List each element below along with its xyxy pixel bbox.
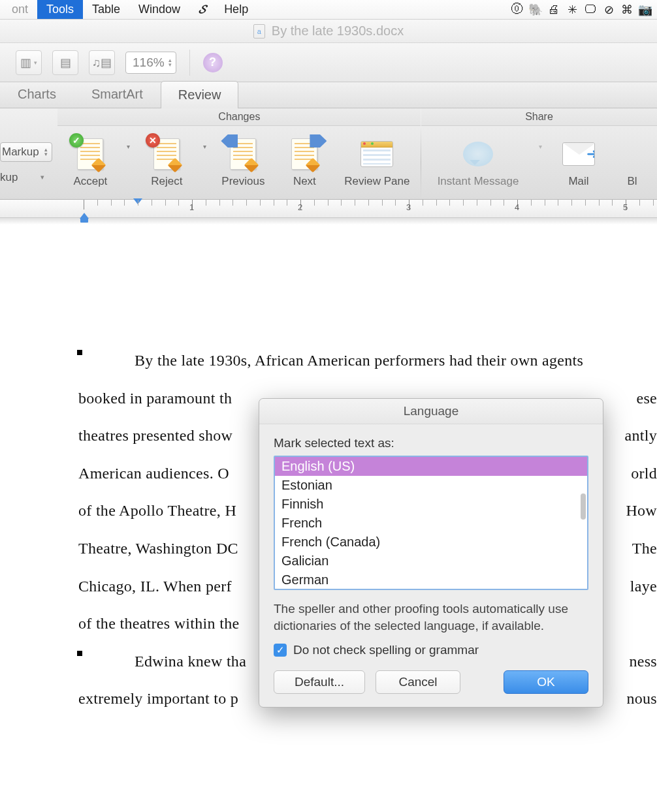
language-option-estonian[interactable]: Estonian bbox=[275, 476, 587, 495]
mark-text-label: Mark selected text as: bbox=[274, 436, 588, 450]
language-dialog: Language Mark selected text as: English … bbox=[259, 398, 603, 708]
keyboard-icon[interactable]: ⌘ bbox=[618, 3, 636, 17]
accept-dropdown-icon[interactable]: ▾ bbox=[127, 143, 130, 150]
toolbox-button[interactable]: ▤ bbox=[52, 50, 78, 75]
envelope-icon: ➜ bbox=[562, 142, 595, 166]
bullet-icon bbox=[77, 350, 82, 355]
accept-label: Accept bbox=[73, 175, 107, 188]
ok-button[interactable]: OK bbox=[504, 670, 588, 694]
review-pane-label: Review Pane bbox=[344, 175, 409, 188]
mac-menubar: ont Tools Table Window 𝓢 Help 🄋 🐘 🖨 ✳ 🖵 … bbox=[0, 0, 657, 20]
tab-charts[interactable]: Charts bbox=[0, 80, 74, 108]
language-listbox[interactable]: English (US) Estonian Finnish French Fre… bbox=[274, 456, 588, 590]
language-option-english-us[interactable]: English (US) bbox=[275, 457, 587, 476]
review-pane-button[interactable]: Review Pane bbox=[341, 137, 413, 188]
reject-label: Reject bbox=[151, 175, 182, 188]
mail-label: Mail bbox=[568, 175, 588, 188]
tracking-controls: Markup ▴▾ kup ▾ bbox=[0, 108, 57, 199]
markup-options-label: kup bbox=[0, 171, 18, 184]
previous-label: Previous bbox=[221, 175, 264, 188]
mail-button[interactable]: ➜ Mail bbox=[554, 137, 603, 188]
left-indent-marker[interactable] bbox=[80, 218, 88, 223]
no-proofing-label: Do not check spelling or grammar bbox=[293, 643, 479, 657]
default-button[interactable]: Default... bbox=[274, 670, 365, 694]
arrow-right-icon bbox=[310, 134, 327, 148]
markup-display-select[interactable]: Markup ▴▾ bbox=[0, 142, 52, 162]
next-change-button[interactable]: Next bbox=[280, 137, 329, 188]
display-icon[interactable]: 🖵 bbox=[581, 3, 600, 16]
ruler-mark: 5 bbox=[623, 202, 628, 212]
document-filename: By the late 1930s.docx bbox=[272, 23, 404, 39]
markup-display-label: Markup bbox=[2, 146, 39, 159]
dialog-description: The speller and other proofing tools aut… bbox=[274, 601, 588, 634]
menu-window[interactable]: Window bbox=[129, 0, 189, 19]
sidebar-toggle-button[interactable]: ▥ bbox=[16, 50, 42, 75]
previous-change-button[interactable]: Previous bbox=[218, 137, 268, 188]
language-option-finnish[interactable]: Finnish bbox=[275, 495, 587, 514]
reject-button[interactable]: ✕ Reject bbox=[142, 137, 191, 188]
group-share-header: Share bbox=[421, 108, 657, 126]
no-proofing-checkbox[interactable]: ✓ bbox=[274, 644, 287, 657]
group-changes-header: Changes bbox=[57, 108, 421, 126]
language-option-french-canada[interactable]: French (Canada) bbox=[275, 533, 587, 552]
evernote-icon[interactable]: 🐘 bbox=[526, 3, 545, 17]
menu-script-icon[interactable]: 𝓢 bbox=[189, 0, 215, 19]
camera-icon[interactable]: 📷 bbox=[636, 3, 654, 17]
help-button[interactable]: ? bbox=[203, 53, 223, 72]
media-browser-button[interactable]: ♫▤ bbox=[89, 50, 115, 75]
menu-table[interactable]: Table bbox=[83, 0, 129, 19]
tab-smartart[interactable]: SmartArt bbox=[74, 80, 161, 108]
cancel-button[interactable]: Cancel bbox=[376, 670, 460, 694]
window-titlebar: a By the late 1930s.docx bbox=[0, 20, 657, 43]
block-label: Bl bbox=[627, 175, 637, 188]
accept-button[interactable]: ✓ Accept bbox=[65, 137, 115, 188]
menu-help[interactable]: Help bbox=[215, 0, 257, 19]
zoom-value: 116% bbox=[133, 55, 165, 70]
ribbon-tabs: Charts SmartArt Review bbox=[0, 82, 657, 108]
instant-message-button[interactable]: Instant Message bbox=[429, 137, 527, 188]
instant-message-label: Instant Message bbox=[438, 175, 519, 188]
ruler-mark: 2 bbox=[298, 202, 302, 212]
menu-font[interactable]: ont bbox=[3, 0, 37, 19]
zoom-control[interactable]: 116% ▴▾ bbox=[125, 52, 176, 74]
ribbon-body: Markup ▴▾ kup ▾ Changes ✓ Accept ▾ ✕ Rej… bbox=[0, 108, 657, 200]
language-option-french[interactable]: French bbox=[275, 514, 587, 533]
pane-icon bbox=[361, 141, 393, 167]
brightness-icon[interactable]: ✳ bbox=[563, 3, 581, 17]
bullet-icon bbox=[77, 651, 82, 656]
next-label: Next bbox=[293, 175, 316, 188]
keychain-icon[interactable]: 🄋 bbox=[508, 3, 526, 16]
document-icon: a bbox=[253, 24, 265, 39]
reject-dropdown-icon[interactable]: ▾ bbox=[203, 143, 206, 150]
dialog-title: Language bbox=[259, 399, 603, 424]
printer-icon[interactable]: 🖨 bbox=[545, 3, 563, 16]
quick-access-toolbar: ▥ ▤ ♫▤ 116% ▴▾ ? bbox=[0, 43, 657, 82]
ruler-mark: 3 bbox=[406, 202, 411, 212]
tab-review[interactable]: Review bbox=[161, 81, 239, 108]
language-option-galician[interactable]: Galician bbox=[275, 552, 587, 570]
sync-icon[interactable]: ⊘ bbox=[600, 3, 618, 17]
zoom-stepper-icon[interactable]: ▴▾ bbox=[168, 58, 172, 67]
language-option-german[interactable]: German bbox=[275, 570, 587, 589]
block-button[interactable]: Bl bbox=[615, 137, 649, 188]
markup-options-select[interactable]: kup ▾ bbox=[0, 171, 52, 184]
im-dropdown-icon[interactable]: ▾ bbox=[539, 143, 542, 150]
arrow-left-icon bbox=[221, 134, 238, 148]
horizontal-ruler[interactable]: 12345 bbox=[0, 200, 657, 218]
listbox-scrollbar[interactable] bbox=[581, 493, 586, 520]
chat-bubble-icon bbox=[463, 142, 493, 166]
ruler-mark: 4 bbox=[515, 202, 519, 212]
menu-tools[interactable]: Tools bbox=[37, 0, 83, 19]
ruler-mark: 1 bbox=[189, 202, 194, 212]
toolbar-divider bbox=[189, 50, 190, 76]
